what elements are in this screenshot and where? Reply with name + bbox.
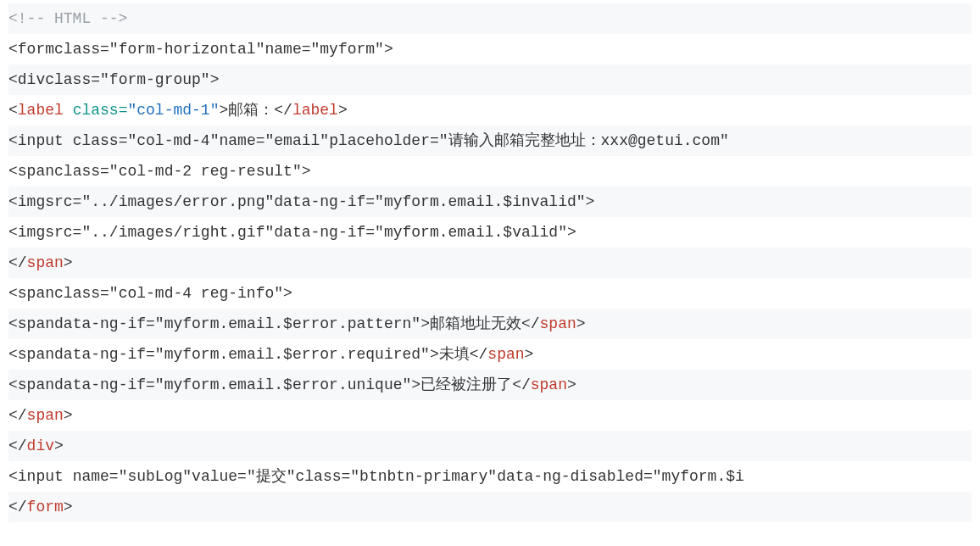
code-line: <spandata-ng-if="myform.email.$error.req… — [8, 339, 972, 370]
attr-value: "myform" — [311, 41, 384, 58]
tag-name: span — [18, 163, 54, 180]
code-line: </span> — [8, 248, 972, 278]
attr-value: "myform.$i — [653, 468, 744, 485]
angle-close: > — [576, 315, 586, 332]
angle-close: > — [338, 102, 348, 119]
tag-name: input — [18, 132, 64, 149]
attr-value: "subLog" — [119, 468, 192, 485]
angle-close: > — [54, 437, 64, 454]
text-content: 邮箱： — [228, 102, 274, 119]
attr-name: src= — [45, 193, 81, 210]
angle-close: > — [302, 163, 311, 180]
angle-open: < — [8, 102, 18, 119]
attr-name: name= — [264, 41, 310, 58]
code-line: </div> — [8, 431, 972, 461]
angle-open: < — [8, 163, 18, 180]
angle-open: < — [8, 315, 18, 332]
code-line: <!-- HTML --> — [8, 3, 972, 34]
angle-open: < — [8, 193, 18, 210]
angle-close: > — [411, 376, 420, 393]
tag-name: span — [18, 346, 54, 363]
attr-name: placeholder= — [329, 132, 439, 149]
angle-close: > — [64, 407, 73, 424]
attr-name: data-ng-if= — [274, 224, 375, 241]
text-content: 未填 — [439, 346, 470, 363]
attr-name: class= — [73, 132, 128, 149]
space — [64, 468, 73, 485]
code-line: <divclass="form-group"> — [8, 64, 972, 95]
tag-name: img — [18, 224, 45, 241]
tag-name: span — [540, 315, 576, 332]
angle-close: > — [567, 376, 576, 393]
code-line: <spandata-ng-if="myform.email.$error.uni… — [8, 370, 972, 400]
angle-open: </ — [8, 437, 27, 454]
angle-close: > — [420, 315, 430, 332]
angle-close: > — [567, 224, 576, 241]
angle-close: > — [283, 285, 292, 302]
attr-name: class= — [296, 468, 351, 485]
angle-open: < — [8, 41, 18, 58]
attr-value: "myform.email.$error.required" — [155, 346, 430, 363]
angle-open: </ — [8, 499, 27, 515]
tag-name: span — [487, 346, 524, 363]
code-block: <!-- HTML --> <formclass="form-horizonta… — [0, 0, 980, 526]
attr-value: "form-horizontal" — [109, 41, 265, 58]
attr-value: "form-group" — [100, 71, 210, 88]
angle-open: < — [8, 285, 18, 302]
angle-open: < — [8, 224, 18, 241]
tag-name: img — [18, 193, 45, 210]
tag-name: form — [18, 41, 54, 58]
text-content: 邮箱地址无效 — [430, 315, 521, 332]
angle-close: > — [64, 499, 73, 515]
attr-name: value= — [192, 468, 247, 485]
tag-name: label — [292, 102, 338, 119]
tag-name: span — [27, 407, 64, 424]
attr-name: class= — [54, 41, 109, 58]
code-line: <label class="col-md-1">邮箱：</label> — [8, 95, 972, 125]
attr-value: "btnbtn-primary" — [350, 468, 497, 485]
angle-close: > — [210, 71, 220, 88]
angle-close: > — [384, 41, 393, 58]
angle-close: > — [219, 102, 228, 119]
angle-open: < — [8, 71, 18, 88]
attr-value: "myform.email.$error.unique" — [155, 376, 411, 393]
attr-name: class= — [73, 102, 128, 119]
angle-open: < — [8, 376, 18, 393]
angle-close: > — [64, 254, 73, 271]
text-content: 已经被注册了 — [420, 376, 512, 393]
attr-value: "col-md-2 reg-result" — [109, 163, 302, 180]
tag-name: span — [531, 376, 567, 393]
attr-value: "col-md-4" — [127, 132, 219, 149]
code-line: <input name="subLog"value="提交"class="btn… — [8, 461, 972, 492]
angle-open: </ — [8, 407, 27, 424]
angle-open: </ — [8, 254, 27, 271]
angle-open: </ — [470, 346, 488, 363]
code-line: </form> — [8, 492, 972, 522]
attr-name: class= — [45, 71, 100, 88]
attr-value: "myform.email.$valid" — [375, 224, 567, 241]
tag-name: label — [18, 102, 64, 119]
space — [64, 102, 73, 119]
code-line: <imgsrc="../images/error.png"data-ng-if=… — [8, 187, 972, 217]
attr-name: class= — [54, 163, 109, 180]
tag-name: input — [18, 468, 64, 485]
code-line: <imgsrc="../images/right.gif"data-ng-if=… — [8, 217, 972, 248]
attr-value: "请输入邮箱完整地址：xxx@getui.com" — [439, 132, 729, 149]
angle-open: </ — [512, 376, 531, 393]
attr-value: "email" — [265, 132, 330, 149]
attr-name: data-ng-if= — [54, 376, 155, 393]
angle-open: < — [8, 346, 18, 363]
attr-name: data-ng-if= — [54, 346, 155, 363]
attr-name: data-ng-if= — [54, 315, 155, 332]
attr-name: data-ng-if= — [274, 193, 375, 210]
code-line: </span> — [8, 400, 972, 431]
attr-name: class= — [54, 285, 109, 302]
attr-value: "../images/right.gif" — [81, 224, 274, 241]
attr-value: "../images/error.png" — [81, 193, 274, 210]
code-line: <spanclass="col-md-4 reg-info"> — [8, 278, 972, 309]
angle-open: < — [8, 132, 18, 149]
code-line: <formclass="form-horizontal"name="myform… — [8, 34, 972, 64]
code-comment: <!-- HTML --> — [8, 10, 127, 27]
code-line: <input class="col-md-4"name="email"place… — [8, 125, 972, 156]
tag-name: span — [18, 315, 54, 332]
